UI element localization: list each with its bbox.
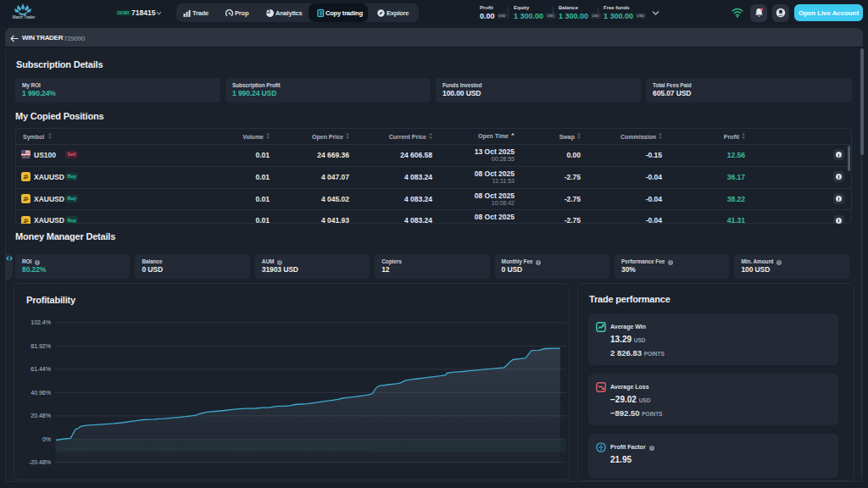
svg-text:40.96%: 40.96%: [31, 390, 51, 396]
svg-text:-20.48%: -20.48%: [29, 459, 51, 465]
svg-text:20.48%: 20.48%: [31, 413, 51, 419]
svg-text:81.92%: 81.92%: [31, 343, 51, 349]
svg-text:61.44%: 61.44%: [31, 366, 51, 372]
svg-text:102.4%: 102.4%: [31, 319, 51, 325]
svg-text:0%: 0%: [42, 436, 51, 442]
